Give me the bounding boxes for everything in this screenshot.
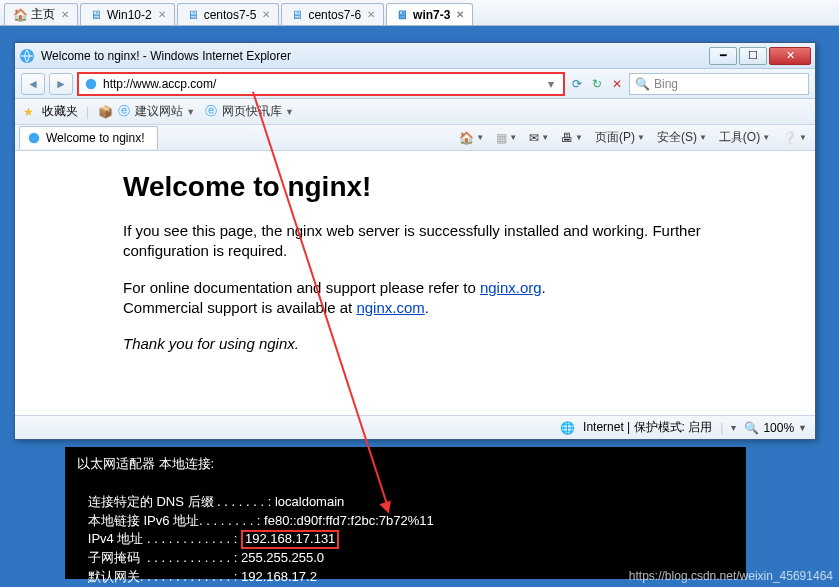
tab-label: centos7-5 [204,8,257,22]
command-bar: 🏠▼ ▦▼ ✉▼ 🖶▼ 页面(P)▼ 安全(S)▼ 工具(O)▼ ❔▼ [455,127,811,148]
monitor-icon: 🖥 [290,8,304,22]
zoom-icon[interactable]: 🔍 [744,421,759,435]
zoom-value: 100% [763,421,794,435]
window-title: Welcome to nginx! - Windows Internet Exp… [41,49,709,63]
term-header: 以太网适配器 本地连接: [77,456,214,471]
favorites-label: 收藏夹 [42,103,78,120]
forward-button[interactable]: ► [49,73,73,95]
help-icon: ❔ [782,131,797,145]
tab-label: 主页 [31,6,55,23]
search-icon: 🔍 [634,76,650,92]
tab-win10-2[interactable]: 🖥 Win10-2 ✕ [80,3,175,25]
nginx-p1: If you see this page, the nginx web serv… [123,221,707,262]
close-icon[interactable]: ✕ [456,9,464,20]
close-icon[interactable]: ✕ [61,9,69,20]
print-menu[interactable]: 🖶▼ [557,129,587,147]
nginx-heading: Welcome to nginx! [123,171,707,203]
nginx-org-link[interactable]: nginx.org [480,279,542,296]
zone-icon: 🌐 [560,421,575,435]
search-placeholder: Bing [654,77,678,91]
tab-win7-3[interactable]: 🖥 win7-3 ✕ [386,3,473,25]
back-button[interactable]: ◄ [21,73,45,95]
monitor-icon: 🖥 [395,8,409,22]
mail-icon: ✉ [529,131,539,145]
host-tab-bar: 🏠 主页 ✕ 🖥 Win10-2 ✕ 🖥 centos7-5 ✕ 🖥 cento… [0,0,839,26]
window-title-bar: Welcome to nginx! - Windows Internet Exp… [15,43,815,69]
address-bar-row: ◄ ► ▾ ⟳ ↻ ✕ 🔍 Bing [15,69,815,99]
ie-icon [19,48,35,64]
refresh-icon[interactable]: ↻ [589,76,605,92]
url-input[interactable] [103,77,539,91]
tab-label: Win10-2 [107,8,152,22]
tab-label: centos7-6 [308,8,361,22]
minimize-button[interactable]: ━ [709,47,737,65]
close-icon[interactable]: ✕ [262,9,270,20]
page-menu[interactable]: 页面(P)▼ [591,127,649,148]
folder-icon: 📦 [97,104,113,120]
print-icon: 🖶 [561,131,573,145]
feeds-menu[interactable]: ▦▼ [492,129,521,147]
watermark: https://blog.csdn.net/weixin_45691464 [629,569,833,583]
safety-menu[interactable]: 安全(S)▼ [653,127,711,148]
favorites-bar: ★ 收藏夹 | 📦 ⓔ 建议网站 ▼ ⓔ 网页快讯库 ▼ [15,99,815,125]
feed-icon: ▦ [496,131,507,145]
close-icon[interactable]: ✕ [158,9,166,20]
ipv4-highlight: 192.168.17.131 [241,530,339,548]
fav-webslices[interactable]: ⓔ 网页快讯库 ▼ [203,103,294,120]
nginx-com-link[interactable]: nginx.com [356,299,424,316]
search-box[interactable]: 🔍 Bing [629,73,809,95]
ie-small-icon: ⓔ [203,104,219,120]
page-tab[interactable]: Welcome to nginx! [19,126,158,149]
page-tab-label: Welcome to nginx! [46,131,145,145]
nginx-p2: For online documentation and support ple… [123,278,707,319]
fav-suggested-sites[interactable]: 📦 ⓔ 建议网站 ▼ [97,103,195,120]
close-button[interactable]: ✕ [769,47,811,65]
home-icon: 🏠 [459,131,474,145]
stop-icon[interactable]: ✕ [609,76,625,92]
nginx-thanks: Thank you for using nginx. [123,334,707,354]
page-tab-bar: Welcome to nginx! 🏠▼ ▦▼ ✉▼ 🖶▼ 页面(P)▼ 安全(… [15,125,815,151]
ie-page-icon [26,130,42,146]
tab-home[interactable]: 🏠 主页 ✕ [4,3,78,25]
monitor-icon: 🖥 [186,8,200,22]
home-icon: 🏠 [13,8,27,22]
svg-point-2 [29,133,40,144]
maximize-button[interactable]: ☐ [739,47,767,65]
tab-centos7-5[interactable]: 🖥 centos7-5 ✕ [177,3,280,25]
ie-window: Welcome to nginx! - Windows Internet Exp… [14,42,816,440]
protected-mode-dropdown[interactable]: ▾ [731,422,736,433]
ie-small-icon: ⓔ [116,104,132,120]
tab-centos7-6[interactable]: 🖥 centos7-6 ✕ [281,3,384,25]
svg-point-1 [86,78,97,89]
zoom-dropdown[interactable]: ▼ [798,423,807,433]
status-bar: 🌐 Internet | 保护模式: 启用 | ▾ 🔍 100% ▼ [15,415,815,439]
mail-menu[interactable]: ✉▼ [525,129,553,147]
home-menu[interactable]: 🏠▼ [455,129,488,147]
star-icon[interactable]: ★ [23,105,34,119]
ie-page-icon [83,76,99,92]
dropdown-icon[interactable]: ▾ [543,76,559,92]
tools-menu[interactable]: 工具(O)▼ [715,127,774,148]
compat-icon[interactable]: ⟳ [569,76,585,92]
terminal: 以太网适配器 本地连接: 连接特定的 DNS 后缀 . . . . . . . … [65,447,746,579]
address-bar[interactable]: ▾ [77,72,565,96]
tab-label: win7-3 [413,8,450,22]
help-menu[interactable]: ❔▼ [778,129,811,147]
monitor-icon: 🖥 [89,8,103,22]
close-icon[interactable]: ✕ [367,9,375,20]
zone-text: Internet | 保护模式: 启用 [583,419,712,436]
page-content: Welcome to nginx! If you see this page, … [15,151,815,415]
